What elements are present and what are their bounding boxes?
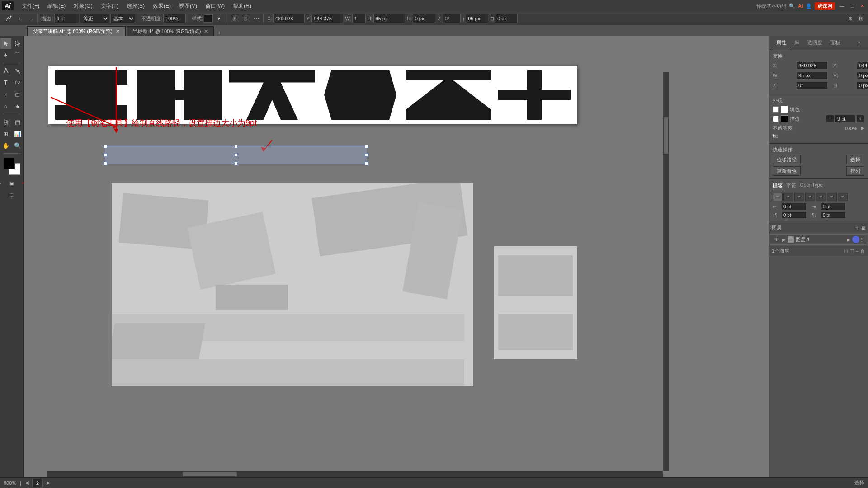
mesh-btn[interactable]: ⊞ xyxy=(0,128,11,139)
handle-ml[interactable] xyxy=(104,153,107,157)
align-right-btn[interactable]: ≡ xyxy=(794,193,804,201)
tab-2[interactable]: 半标题-1* @ 100% (RGB/预览) ✕ xyxy=(127,26,214,36)
justify-left-btn[interactable]: ≡ xyxy=(805,193,815,201)
layer-options-icon[interactable]: ⋮ xyxy=(859,237,864,242)
menu-edit[interactable]: 编辑(E) xyxy=(44,1,69,11)
arrange-btn[interactable]: 排列 xyxy=(846,166,864,176)
h-scrollbar-thumb[interactable] xyxy=(183,472,237,476)
selection-tool-btn[interactable] xyxy=(0,38,11,49)
hand-tool-btn[interactable]: ✋ xyxy=(0,140,11,151)
style-swatch[interactable] xyxy=(204,14,213,23)
rotation-input[interactable] xyxy=(443,14,461,23)
indent-left-input[interactable] xyxy=(782,203,807,210)
next-page-btn[interactable]: ▶ xyxy=(47,480,50,486)
typo-tab-opentype[interactable]: OpenType xyxy=(800,182,823,190)
y-panel-input[interactable] xyxy=(857,61,868,70)
stroke-increment-btn[interactable]: + xyxy=(856,115,864,123)
menu-object[interactable]: 对象(O) xyxy=(70,1,96,11)
stroke-line-element[interactable] xyxy=(105,146,367,164)
pen-sub-btn[interactable] xyxy=(12,66,23,76)
chart-btn[interactable]: 📊 xyxy=(12,128,23,139)
lasso-btn[interactable]: ⌒ xyxy=(12,50,23,61)
offset-path-btn[interactable]: 位移路径 xyxy=(773,155,801,164)
select-btn[interactable]: 选择 xyxy=(846,155,864,164)
opacity-input[interactable] xyxy=(163,14,186,23)
gradient-tool-btn[interactable]: ▤ xyxy=(12,117,23,127)
tab-1-close[interactable]: ✕ xyxy=(116,28,120,34)
indent-right-input[interactable] xyxy=(821,203,846,210)
handle-tc[interactable] xyxy=(234,145,238,148)
vertical-scrollbar[interactable] xyxy=(663,72,669,471)
angle-panel-input[interactable] xyxy=(796,81,828,89)
handle-tl[interactable] xyxy=(104,145,107,148)
layers-expand-btn[interactable]: ⊞ xyxy=(862,225,865,230)
close-icon[interactable]: ✕ xyxy=(859,3,866,9)
menu-effect[interactable]: 效果(E) xyxy=(149,1,175,11)
align-left-btn[interactable]: ≡ xyxy=(773,193,783,201)
distribute-btn[interactable]: ⊟ xyxy=(241,14,250,23)
type-path-btn[interactable]: T↗ xyxy=(12,77,23,88)
menu-text[interactable]: 文字(T) xyxy=(97,1,122,11)
pen-tool-btn[interactable] xyxy=(4,14,14,23)
x-panel-input[interactable] xyxy=(796,61,828,70)
justify-right-btn[interactable]: ≡ xyxy=(827,193,837,201)
star-tool-btn[interactable]: ★ xyxy=(12,101,23,112)
anchor-remove-btn[interactable]: − xyxy=(25,14,35,23)
restore-icon[interactable]: □ xyxy=(849,3,856,9)
shear-input[interactable] xyxy=(495,14,518,23)
menu-view[interactable]: 视图(V) xyxy=(175,1,201,11)
h-input[interactable] xyxy=(373,14,405,23)
v-scrollbar-thumb[interactable] xyxy=(664,117,668,154)
more-btn[interactable]: ⋯ xyxy=(251,14,261,23)
screen-mode-btn[interactable]: □ xyxy=(6,189,17,200)
panel-menu-btn[interactable]: ≡ xyxy=(854,38,864,48)
panel-tab-panel[interactable]: 面板 xyxy=(827,38,844,47)
h-panel-input[interactable] xyxy=(857,71,868,80)
menu-file[interactable]: 文件(F) xyxy=(18,1,43,11)
h2-input[interactable] xyxy=(413,14,435,23)
rect-tool-btn[interactable]: □ xyxy=(12,89,23,100)
handle-mc[interactable] xyxy=(234,153,238,157)
canvas-area[interactable]: 使用【钢笔工具】绘制直线路径，设置描边大小为9pt xyxy=(24,36,769,488)
search-icon[interactable]: 🔍 xyxy=(789,3,795,9)
layer-visibility-btn[interactable]: 👁 xyxy=(773,236,780,243)
line-tool-btn[interactable]: ⟋ xyxy=(0,89,11,100)
x-input[interactable] xyxy=(273,14,305,23)
page-number-input[interactable] xyxy=(32,479,43,487)
paint-bucket-btn[interactable]: ▧ xyxy=(0,117,11,127)
delete-layer-btn[interactable]: 🗑 xyxy=(860,249,865,254)
scale-input[interactable] xyxy=(466,14,488,23)
horizontal-scrollbar[interactable] xyxy=(47,471,663,477)
zoom-tool-btn[interactable]: 🔍 xyxy=(12,140,23,151)
w-input[interactable] xyxy=(352,14,366,23)
justify-center-btn[interactable]: ≡ xyxy=(816,193,826,201)
menu-help[interactable]: 帮助(H) xyxy=(229,1,255,11)
type-tool-btn[interactable]: T xyxy=(0,77,11,88)
stroke-swatch[interactable] xyxy=(781,115,788,122)
anchor-add-btn[interactable]: + xyxy=(14,14,24,23)
panel-tab-properties[interactable]: 属性 xyxy=(773,38,790,47)
typo-tab-paragraph[interactable]: 段落 xyxy=(773,182,783,190)
fill-checkbox[interactable] xyxy=(773,106,779,113)
panel-tab-transparency[interactable]: 透明度 xyxy=(804,38,826,47)
stroke-panel-input[interactable] xyxy=(835,115,855,123)
foreground-color-swatch[interactable] xyxy=(3,158,15,169)
handle-mr[interactable] xyxy=(365,153,368,157)
pen-tool-left-btn[interactable] xyxy=(0,66,11,76)
stroke-style-select[interactable]: 等距 xyxy=(80,14,109,23)
tab-2-close[interactable]: ✕ xyxy=(204,28,208,34)
handle-tr[interactable] xyxy=(365,145,368,148)
handle-bl[interactable] xyxy=(104,162,107,165)
menu-select[interactable]: 选择(S) xyxy=(123,1,148,11)
layer-lock-btn[interactable]: ▶ xyxy=(780,236,788,243)
new-tab-btn[interactable]: + xyxy=(215,30,223,36)
magic-wand-btn[interactable]: ✦ xyxy=(0,50,11,61)
user-icon[interactable]: 👤 xyxy=(806,3,812,9)
layer-expand-icon[interactable]: ▶ xyxy=(847,237,850,242)
y-input[interactable] xyxy=(311,14,343,23)
space-after-input[interactable] xyxy=(821,211,846,219)
stroke-size-input[interactable] xyxy=(54,14,79,23)
menu-window[interactable]: 窗口(W) xyxy=(202,1,228,11)
arrange-icon[interactable]: ⊞ xyxy=(856,14,866,23)
ellipse-tool-btn[interactable]: ○ xyxy=(0,101,11,112)
